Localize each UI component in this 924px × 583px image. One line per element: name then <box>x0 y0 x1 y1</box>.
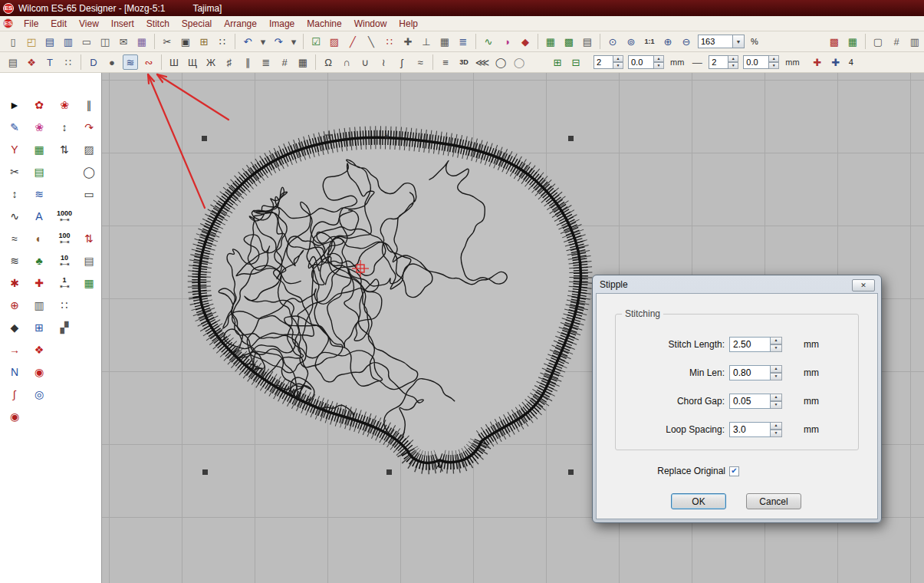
lettering-icon[interactable]: T <box>42 54 58 70</box>
menu-arrange[interactable]: Arrange <box>218 17 263 31</box>
ellipse-tool[interactable]: ◯ <box>79 163 99 181</box>
grid-size-x-spinner-up-icon[interactable]: ▲ <box>654 55 664 62</box>
menu-image[interactable]: Image <box>263 17 301 31</box>
lines-icon[interactable]: ≣ <box>258 54 274 70</box>
loop-spacing-down-icon[interactable]: ▼ <box>771 430 782 437</box>
loop-spacing-input[interactable] <box>729 422 771 437</box>
grid-minor-spinner-down-icon[interactable]: ▼ <box>728 62 738 69</box>
target-tool[interactable]: ◉ <box>5 407 25 426</box>
document-logo-icon[interactable]: ES <box>3 18 13 28</box>
grid-tool[interactable]: ⊞ <box>29 318 49 337</box>
dialog-titlebar[interactable]: Stipple <box>593 275 881 293</box>
fur-tool[interactable]: ◐ <box>29 229 49 248</box>
spacing-preset-1[interactable]: 1⇤⇥ <box>54 274 74 292</box>
grid-size-y-spinner-up-icon[interactable]: ▲ <box>769 55 779 62</box>
stitch-angles-icon[interactable]: ≡ <box>438 54 453 70</box>
digitize-d-icon[interactable]: D <box>86 54 101 70</box>
parallel-icon[interactable]: ∥ <box>240 54 255 70</box>
menu-file[interactable]: File <box>18 17 44 31</box>
fill-grid-tool[interactable]: ▦ <box>79 274 99 292</box>
auto-fabric-icon[interactable]: ∿ <box>481 34 496 49</box>
grid-major-spinner-input[interactable] <box>594 55 613 69</box>
menu-insert[interactable]: Insert <box>105 17 140 31</box>
cross-tool[interactable]: ✚ <box>29 274 49 292</box>
ellipse-a-icon[interactable]: ◯ <box>493 54 508 70</box>
penetration-icon[interactable]: ⊥ <box>419 34 434 49</box>
select-object-icon[interactable]: ☑ <box>308 34 324 49</box>
menu-stitch[interactable]: Stitch <box>140 17 176 31</box>
redo-list-icon[interactable]: ▾ <box>289 34 298 49</box>
gem-tool[interactable]: ❖ <box>29 341 49 359</box>
menu-special[interactable]: Special <box>176 17 218 31</box>
run-stitch-icon[interactable]: ╲ <box>363 34 379 49</box>
circle-tool[interactable]: ⊕ <box>5 296 25 315</box>
replace-original-checkbox[interactable]: ✔ <box>729 466 739 476</box>
menu-help[interactable]: Help <box>393 17 424 31</box>
dash-icon[interactable]: ― <box>689 54 705 70</box>
star-tool[interactable]: ✱ <box>5 274 25 292</box>
zoom-level-combo-input[interactable] <box>698 35 733 48</box>
flower-red-tool[interactable]: ✿ <box>29 96 49 114</box>
color-object-list-icon[interactable]: ◆ <box>518 34 533 49</box>
hatch2-tool[interactable]: ▨ <box>79 140 99 159</box>
open-design-icon[interactable]: ◰ <box>24 34 39 49</box>
scissors-tool[interactable]: ✂ <box>5 163 25 181</box>
target-blue-tool[interactable]: ◎ <box>29 385 49 403</box>
stitch-player-icon[interactable]: ≣ <box>455 34 471 49</box>
grid-show-icon[interactable]: ⊟ <box>568 54 584 70</box>
undo-list-icon[interactable]: ▾ <box>258 34 268 49</box>
diamond-tool[interactable]: ◆ <box>5 318 25 337</box>
arc-tool[interactable]: ↷ <box>79 118 99 137</box>
spacing-preset-1000[interactable]: 1000⇤⇥ <box>54 207 74 226</box>
measure-icon[interactable]: # <box>889 34 904 49</box>
closed-shape-icon[interactable]: ∾ <box>141 54 156 70</box>
menu-edit[interactable]: Edit <box>44 17 73 31</box>
grid-snap-icon[interactable]: ⊞ <box>550 54 565 70</box>
zigzag-a-icon[interactable]: Ш <box>166 54 182 70</box>
grid-minor-spinner-up-icon[interactable]: ▲ <box>728 55 738 62</box>
curve-tool[interactable]: ∫ <box>5 385 25 403</box>
tatami-fill-icon[interactable]: ▨ <box>327 34 342 49</box>
cancel-button[interactable]: Cancel <box>746 493 801 509</box>
fill-dots-icon[interactable]: ∷ <box>61 54 76 70</box>
new-document-icon[interactable]: ▯ <box>5 34 21 49</box>
mirror-tool[interactable]: ↕ <box>5 185 25 203</box>
flower-small-tool[interactable]: ❀ <box>54 96 74 114</box>
grid-major-spinner-down-icon[interactable]: ▼ <box>613 62 623 69</box>
stitch-length-up-icon[interactable]: ▲ <box>771 337 782 344</box>
run-tool[interactable]: ∿ <box>5 207 25 226</box>
stitch-length-down-icon[interactable]: ▼ <box>771 344 782 352</box>
save-design-icon[interactable]: ▤ <box>42 34 58 49</box>
center-design-icon[interactable]: ✚ <box>828 54 843 70</box>
zoom-out-icon[interactable]: ⊖ <box>679 34 694 49</box>
zigzag-b-icon[interactable]: Щ <box>185 54 200 70</box>
omega-underlay-icon[interactable]: Ω <box>321 54 336 70</box>
stitch-list-icon[interactable]: ▦ <box>437 34 452 49</box>
reshape-tool[interactable]: ✎ <box>5 118 25 137</box>
grid-minor-spinner-input[interactable] <box>709 55 728 69</box>
zigzag-tool[interactable]: ≋ <box>5 252 25 270</box>
mesh-icon[interactable]: ▦ <box>295 54 311 70</box>
zoom-factor-icon[interactable]: ⊙ <box>605 34 620 49</box>
min-len-input[interactable] <box>729 365 771 380</box>
spacing-preset-100[interactable]: 100⇤⇥ <box>54 229 74 248</box>
menu-machine[interactable]: Machine <box>301 17 347 31</box>
cross-stitch-icon[interactable]: Ж <box>203 54 219 70</box>
design-view-icon[interactable]: ▦ <box>845 34 860 49</box>
hash-icon[interactable]: # <box>277 54 292 70</box>
block-tool[interactable]: ▥ <box>29 296 49 315</box>
updown2-tool[interactable]: ⇅ <box>54 140 74 159</box>
stipple-fill-icon[interactable]: ≋ <box>123 54 138 70</box>
menu-view[interactable]: View <box>73 17 105 31</box>
send-email-icon[interactable]: ✉ <box>116 34 131 49</box>
satin-stitch-icon[interactable]: ╱ <box>345 34 360 49</box>
close-icon[interactable]: ✕ <box>852 279 875 292</box>
grid-size-x-spinner-down-icon[interactable]: ▼ <box>654 62 664 69</box>
open-object-tool[interactable]: Y <box>5 140 25 159</box>
clipboard-icon[interactable]: ∷ <box>215 34 230 49</box>
save-as-icon[interactable]: ▥ <box>61 34 76 49</box>
arc-up-icon[interactable]: ∩ <box>339 54 354 70</box>
copy-icon[interactable]: ▣ <box>178 34 193 49</box>
grid-major-spinner-up-icon[interactable]: ▲ <box>613 55 623 62</box>
chord-gap-up-icon[interactable]: ▲ <box>771 394 782 401</box>
